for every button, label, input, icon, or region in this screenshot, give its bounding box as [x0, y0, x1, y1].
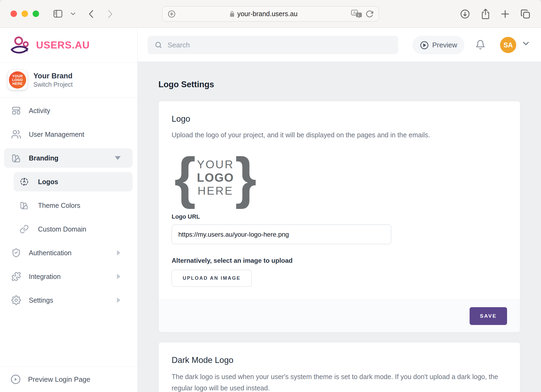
chevron-collapsed-icon — [117, 298, 120, 303]
svg-text:x̂: x̂ — [358, 13, 359, 17]
search-icon — [155, 41, 162, 49]
account-chevron-down-icon[interactable] — [522, 41, 529, 46]
badge-line: HERE — [12, 82, 22, 86]
logo-url-label: Logo URL — [172, 213, 507, 220]
translate-icon[interactable]: A x̂ — [351, 10, 362, 18]
content-area: Logo Settings Logo Upload the logo of yo… — [138, 62, 541, 392]
play-circle-icon — [420, 41, 429, 50]
sidebar-item-branding[interactable]: Branding — [4, 148, 133, 168]
project-switcher[interactable]: YOUR LOGO HERE Your Brand Switch Project — [0, 63, 137, 97]
avatar[interactable]: SA — [500, 37, 516, 53]
forward-button[interactable] — [107, 9, 113, 19]
sidebar-item-label: Theme Colors — [38, 202, 80, 209]
sidebar-item-label: Logos — [38, 178, 58, 186]
sidebar-item-label: Authentication — [29, 249, 71, 257]
share-icon[interactable] — [481, 8, 490, 20]
page-title: Logo Settings — [158, 79, 520, 90]
brace-left: { — [174, 157, 196, 198]
sidebar-nav: Activity User Management — [0, 97, 137, 310]
sidebar-toggle-icon[interactable] — [53, 10, 63, 18]
users-icon — [10, 129, 22, 139]
sidebar-item-label: Integration — [29, 273, 61, 281]
link-icon — [19, 225, 30, 234]
brand-logo-block[interactable]: USERS.AU — [0, 28, 137, 63]
brand-wordmark: USERS.AU — [36, 40, 90, 51]
address-bar[interactable]: your-brand.users.au A x̂ — [162, 6, 379, 22]
sidebar-item-settings[interactable]: Settings — [4, 290, 133, 310]
logo-card-description: Upload the logo of your project, and it … — [172, 130, 507, 140]
upload-image-button[interactable]: UPLOAD AN IMAGE — [172, 270, 252, 287]
swatches-icon — [10, 153, 22, 163]
placeholder-line: HERE — [197, 184, 233, 197]
sidebar-item-label: Branding — [29, 154, 58, 162]
sidebar-item-label: Activity — [29, 107, 50, 115]
brace-right: } — [235, 157, 256, 198]
preview-login-page-button[interactable]: Preview Login Page — [0, 366, 137, 392]
reload-icon[interactable] — [366, 10, 374, 18]
chevron-expanded-icon — [115, 156, 121, 160]
gear-icon — [10, 295, 22, 305]
chevron-collapsed-icon — [117, 274, 120, 279]
dark-card-description: The dark logo is used when your user's s… — [172, 371, 507, 392]
logo-preview-image: { YOUR LOGO HERE } — [174, 157, 507, 198]
sidebar-item-label: Custom Domain — [38, 225, 86, 233]
dark-mode-logo-card: Dark Mode Logo The dark logo is used whe… — [158, 342, 520, 392]
switch-project-link[interactable]: Switch Project — [33, 80, 73, 89]
badge-line: YOUR — [12, 74, 23, 78]
url-text[interactable]: your-brand.users.au — [237, 10, 298, 18]
plus-page-icon[interactable] — [167, 10, 176, 18]
downloads-icon[interactable] — [460, 9, 470, 19]
sidebar-item-authentication[interactable]: Authentication — [4, 243, 133, 262]
dark-card-title: Dark Mode Logo — [172, 355, 507, 365]
app-root: USERS.AU YOUR LOGO HERE Your Brand Switc… — [0, 28, 541, 392]
svg-text:A: A — [353, 10, 356, 15]
shield-check-icon — [10, 248, 22, 258]
save-button[interactable]: SAVE — [470, 307, 507, 325]
zoom-window-button[interactable] — [33, 10, 39, 17]
logo-card-title: Logo — [172, 114, 507, 124]
activity-icon — [10, 106, 22, 116]
placeholder-line: LOGO — [197, 171, 234, 184]
project-logo-badge: YOUR LOGO HERE — [8, 70, 27, 90]
preview-login-page-label: Preview Login Page — [28, 375, 90, 384]
sidebar: USERS.AU YOUR LOGO HERE Your Brand Switc… — [0, 28, 138, 392]
search-box[interactable] — [148, 36, 398, 54]
lock-icon — [230, 10, 235, 17]
logo-url-input[interactable] — [172, 225, 391, 244]
logo-card-footer: SAVE — [159, 299, 520, 332]
sidebar-item-logos[interactable]: Logos — [14, 172, 133, 191]
sidebar-item-user-management[interactable]: User Management — [4, 125, 133, 144]
sidebar-menu-chevron-icon[interactable] — [71, 12, 75, 15]
browser-chrome: your-brand.users.au A x̂ — [0, 0, 541, 28]
sidebar-item-label: Settings — [29, 296, 53, 304]
puzzle-icon — [10, 272, 22, 281]
sidebar-item-integration[interactable]: Integration — [4, 267, 133, 286]
upload-alt-label: Alternatively, select an image to upload — [172, 257, 507, 264]
play-circle-icon — [10, 374, 21, 385]
main-area: Preview SA Logo Settings — [138, 28, 541, 392]
preview-button-label: Preview — [432, 41, 457, 49]
project-name: Your Brand — [33, 71, 73, 80]
chevron-collapsed-icon — [117, 250, 120, 256]
logo-scan-icon — [19, 177, 30, 186]
tab-overview-icon[interactable] — [520, 9, 531, 19]
back-button[interactable] — [88, 9, 94, 19]
swatches-icon — [19, 201, 30, 210]
search-input[interactable] — [167, 41, 391, 50]
sidebar-item-theme-colors[interactable]: Theme Colors — [14, 196, 133, 215]
close-window-button[interactable] — [11, 10, 17, 17]
preview-button[interactable]: Preview — [412, 36, 464, 54]
sidebar-item-custom-domain[interactable]: Custom Domain — [14, 219, 133, 239]
sidebar-item-activity[interactable]: Activity — [4, 101, 133, 120]
sidebar-item-label: User Management — [29, 131, 84, 138]
badge-line: LOGO — [12, 78, 23, 82]
minimize-window-button[interactable] — [22, 10, 28, 17]
new-tab-icon[interactable] — [500, 9, 510, 19]
notifications-bell-icon[interactable] — [475, 40, 485, 50]
topbar: Preview SA — [138, 28, 541, 62]
browser-window: your-brand.users.au A x̂ — [0, 0, 541, 392]
placeholder-line: YOUR — [197, 158, 234, 171]
users-au-logo-icon — [10, 36, 32, 55]
logo-settings-card: Logo Upload the logo of your project, an… — [158, 101, 520, 332]
